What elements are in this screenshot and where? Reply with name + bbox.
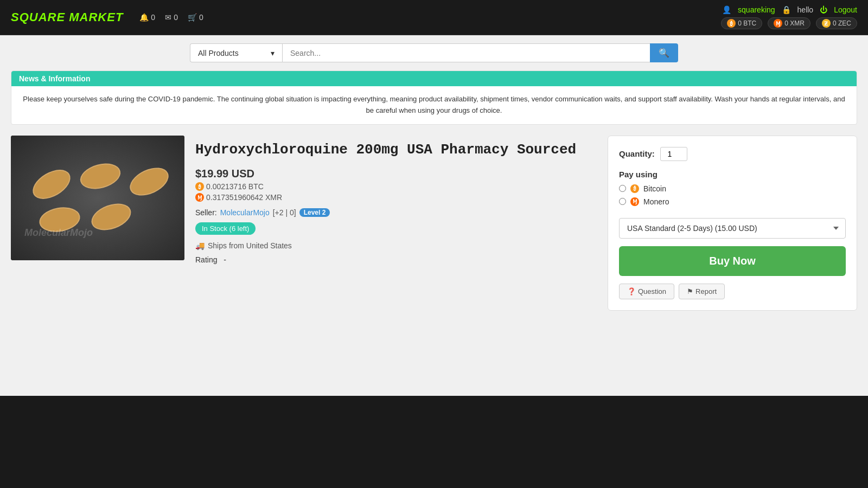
bitcoin-coin-icon: ₿ [630, 184, 639, 193]
monero-option[interactable]: Ɱ Monero [619, 197, 846, 206]
monero-label: Monero [643, 197, 669, 206]
logo[interactable]: SQUARE MARKET [11, 10, 123, 24]
seller-score: [+2 | 0] [273, 208, 296, 217]
question-label: Question [638, 287, 666, 296]
bitcoin-radio[interactable] [619, 185, 626, 192]
price-usd: $19.99 USD [195, 168, 597, 180]
xmr-balance[interactable]: Ɱ 0 XMR [768, 17, 810, 29]
monero-radio[interactable] [619, 198, 626, 205]
search-input[interactable] [282, 43, 650, 62]
product-container: MolecularMojo Hydroxychloroquine 200mg U… [11, 136, 857, 311]
product-image-wrap: MolecularMojo [11, 136, 184, 311]
price-btc: ₿ 0.00213716 BTC [195, 182, 597, 191]
header-nav: 🔔 0 ✉ 0 🛒 0 [139, 13, 203, 22]
category-label: All Products [198, 49, 239, 57]
stock-badge: In Stock (6 left) [195, 222, 256, 235]
hello-label: hello [797, 5, 814, 14]
search-section: All Products ▾ 🔍 [0, 35, 868, 70]
ships-from: 🚚 Ships from United States [195, 241, 597, 250]
zec-amount: 0 ZEC [833, 20, 851, 27]
question-icon: ❓ [627, 287, 636, 296]
logout-button[interactable]: Logout [834, 5, 857, 14]
bitcoin-label: Bitcoin [643, 184, 666, 193]
news-banner-body: Please keep yourselves safe during the C… [11, 86, 857, 124]
quantity-input[interactable] [660, 147, 687, 161]
notifications-nav[interactable]: 🔔 0 [139, 13, 155, 22]
xmr-price-icon: Ɱ [195, 193, 204, 202]
user-icon: 👤 [722, 5, 731, 14]
news-banner-header: News & Information [11, 71, 857, 86]
quantity-row: Quantity: [619, 147, 846, 161]
xmr-price-value: 0.317351960642 XMR [206, 193, 282, 202]
search-button[interactable]: 🔍 [650, 43, 678, 62]
envelope-icon: ✉ [165, 13, 171, 22]
xmr-icon: Ɱ [774, 19, 782, 28]
product-title: Hydroxychloroquine 200mg USA Pharmacy So… [195, 141, 597, 159]
rating-line: Rating - [195, 255, 597, 264]
category-select[interactable]: All Products ▾ [190, 43, 282, 62]
cart-icon: 🛒 [188, 13, 197, 22]
monero-coin-icon: Ɱ [630, 197, 639, 206]
header-right: 👤 squareking 🔒 hello ⏻ Logout ₿ 0 BTC Ɱ … [721, 5, 857, 29]
svg-rect-1 [11, 136, 184, 260]
truck-icon: 🚚 [195, 241, 205, 250]
currency-bar: ₿ 0 BTC Ɱ 0 XMR Ƶ 0 ZEC [721, 17, 857, 29]
power-icon: ⏻ [820, 5, 827, 14]
buy-now-button[interactable]: Buy Now [619, 246, 846, 276]
seller-label: Seller: [195, 208, 217, 217]
shipping-select[interactable]: USA Standard (2-5 Days) (15.00 USD) [619, 218, 846, 239]
search-icon: 🔍 [659, 48, 669, 57]
bell-icon: 🔔 [139, 13, 149, 22]
rating-value: - [224, 255, 226, 264]
purchase-panel: Quantity: Pay using ₿ Bitcoin Ɱ Monero U… [608, 136, 857, 311]
xmr-amount: 0 XMR [784, 20, 805, 27]
zec-icon: Ƶ [822, 19, 831, 28]
price-xmr: Ɱ 0.317351960642 XMR [195, 193, 597, 202]
seller-line: Seller: MolecularMojo [+2 | 0] Level 2 [195, 208, 597, 217]
btc-balance[interactable]: ₿ 0 BTC [721, 17, 762, 29]
seller-link[interactable]: MolecularMojo [220, 208, 270, 217]
svg-text:MolecularMojo: MolecularMojo [24, 227, 93, 238]
ships-from-text: Ships from United States [208, 241, 292, 250]
messages-count: 0 [174, 13, 178, 22]
main-content: News & Information Please keep yourselve… [0, 70, 868, 396]
username[interactable]: squareking [738, 5, 775, 14]
zec-balance[interactable]: Ƶ 0 ZEC [816, 17, 857, 29]
lock-icon: 🔒 [782, 5, 791, 14]
product-image: MolecularMojo [11, 136, 184, 260]
flag-icon: ⚑ [687, 287, 693, 296]
chevron-down-icon: ▾ [271, 49, 275, 57]
panel-actions: ❓ Question ⚑ Report [619, 284, 846, 299]
bitcoin-option[interactable]: ₿ Bitcoin [619, 184, 846, 193]
cart-nav[interactable]: 🛒 0 [188, 13, 203, 22]
header: SQUARE MARKET 🔔 0 ✉ 0 🛒 0 👤 squareking 🔒… [0, 0, 868, 35]
btc-price-value: 0.00213716 BTC [206, 182, 264, 191]
quantity-label: Quantity: [619, 149, 655, 158]
rating-label: Rating [195, 255, 217, 264]
btc-price-icon: ₿ [195, 182, 204, 191]
product-info: Hydroxychloroquine 200mg USA Pharmacy So… [195, 136, 597, 311]
search-container: All Products ▾ 🔍 [190, 43, 678, 62]
stock-status: In Stock (6 left) [195, 222, 597, 241]
report-button[interactable]: ⚑ Report [679, 284, 725, 299]
report-label: Report [695, 287, 717, 296]
question-button[interactable]: ❓ Question [619, 284, 674, 299]
notifications-count: 0 [151, 13, 155, 22]
messages-nav[interactable]: ✉ 0 [165, 13, 178, 22]
btc-icon: ₿ [727, 19, 736, 28]
btc-amount: 0 BTC [738, 20, 756, 27]
cart-count: 0 [199, 13, 203, 22]
pay-using-label: Pay using [619, 170, 846, 179]
user-info: 👤 squareking 🔒 hello ⏻ Logout [722, 5, 857, 14]
news-banner: News & Information Please keep yourselve… [11, 70, 857, 125]
level-badge: Level 2 [299, 208, 330, 217]
